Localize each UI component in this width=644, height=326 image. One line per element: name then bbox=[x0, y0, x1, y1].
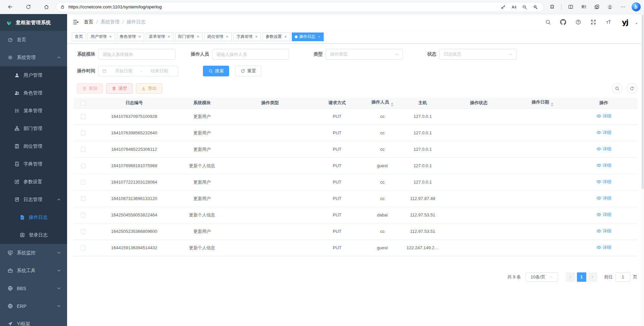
sidebar-item-日志管理[interactable]: 日志管理 bbox=[0, 191, 67, 208]
goto-page-input[interactable] bbox=[615, 272, 630, 282]
export-button[interactable]: 导出 bbox=[136, 83, 162, 94]
close-icon[interactable] bbox=[197, 35, 200, 38]
page-1-button[interactable]: 1 bbox=[577, 272, 586, 282]
scrollbar-thumb[interactable] bbox=[642, 15, 644, 189]
close-icon[interactable] bbox=[109, 35, 112, 38]
row-checkbox[interactable] bbox=[81, 246, 86, 250]
sidebar-item-系统监控[interactable]: 系统监控 bbox=[0, 244, 67, 262]
user-avatar[interactable]: yj bbox=[619, 17, 631, 27]
page-tab-角色管理[interactable]: 角色管理 bbox=[117, 32, 144, 41]
fullscreen-button[interactable] bbox=[589, 18, 598, 26]
row-checkbox[interactable] bbox=[81, 213, 86, 217]
profile-button[interactable] bbox=[604, 2, 615, 12]
close-icon[interactable] bbox=[167, 35, 170, 38]
page-tab-字典管理[interactable]: 字典管理 bbox=[233, 32, 261, 41]
sort-caret-icon[interactable] bbox=[551, 103, 553, 107]
close-icon[interactable] bbox=[138, 35, 141, 38]
url-text[interactable]: https://ccnetcore.com:1101/system/log/op… bbox=[68, 4, 495, 9]
sidebar-item-用户管理[interactable]: 用户管理 bbox=[0, 66, 67, 84]
close-icon[interactable] bbox=[255, 35, 258, 38]
more-button[interactable] bbox=[618, 2, 628, 12]
detail-link[interactable]: 详细 bbox=[596, 162, 611, 169]
favorites-bar-button[interactable] bbox=[578, 2, 589, 12]
detail-link[interactable]: 详细 bbox=[596, 212, 611, 218]
page-tab-岗位管理[interactable]: 岗位管理 bbox=[204, 32, 232, 41]
show-search-button[interactable] bbox=[612, 83, 623, 94]
close-icon[interactable] bbox=[318, 35, 321, 38]
split-screen-button[interactable] bbox=[565, 2, 576, 12]
page-size-select[interactable]: 10条/页 bbox=[526, 272, 558, 282]
type-select[interactable]: 操作类型 bbox=[326, 49, 403, 60]
page-tab-用户管理[interactable]: 用户管理 bbox=[88, 32, 115, 41]
row-checkbox[interactable] bbox=[81, 147, 86, 152]
sort-caret-icon[interactable] bbox=[391, 103, 393, 107]
select-all-checkbox[interactable] bbox=[81, 101, 86, 106]
row-checkbox[interactable] bbox=[81, 131, 86, 135]
page-scrollbar[interactable] bbox=[641, 14, 644, 326]
back-button[interactable] bbox=[5, 2, 15, 12]
breadcrumb-item[interactable]: 首页 bbox=[84, 19, 93, 25]
github-button[interactable] bbox=[559, 18, 568, 26]
row-checkbox[interactable] bbox=[81, 229, 86, 234]
row-checkbox[interactable] bbox=[81, 180, 86, 185]
reset-button[interactable]: 重置 bbox=[235, 66, 261, 76]
status-select[interactable]: 日志状态 bbox=[439, 49, 517, 60]
breadcrumb-item[interactable]: 操作日志 bbox=[127, 19, 146, 25]
text-size-button[interactable] bbox=[604, 18, 613, 26]
collections-button[interactable] bbox=[591, 2, 602, 12]
detail-link[interactable]: 详细 bbox=[596, 228, 611, 234]
detail-link[interactable]: 详细 bbox=[596, 195, 611, 201]
key-button[interactable] bbox=[499, 3, 507, 11]
breadcrumb-item[interactable]: 系统管理 bbox=[101, 19, 119, 25]
module-input[interactable] bbox=[98, 49, 175, 60]
copilot-button[interactable]: b bbox=[631, 2, 641, 12]
sidebar-item-首页[interactable]: 首页 bbox=[0, 31, 67, 49]
page-tab-菜单管理[interactable]: 菜单管理 bbox=[146, 32, 173, 41]
sidebar-item-角色管理[interactable]: 角色管理 bbox=[0, 84, 67, 102]
read-aloud-button[interactable] bbox=[509, 3, 518, 11]
sidebar-item-菜单管理[interactable]: 菜单管理 bbox=[0, 102, 67, 120]
sidebar-item-字典管理[interactable]: 字典管理 bbox=[0, 155, 67, 173]
close-icon[interactable] bbox=[284, 35, 287, 38]
help-button[interactable] bbox=[574, 18, 583, 26]
page-tab-参数设置[interactable]: 参数设置 bbox=[263, 32, 290, 41]
home-button[interactable] bbox=[41, 2, 52, 12]
search-button[interactable]: 搜索 bbox=[203, 66, 229, 76]
prev-page-button[interactable] bbox=[566, 272, 575, 282]
column-header-操作日期[interactable]: 操作日期 bbox=[515, 98, 570, 108]
sidebar-item-参数设置[interactable]: 参数设置 bbox=[0, 173, 67, 191]
operator-input[interactable] bbox=[212, 49, 289, 60]
clear-button[interactable]: 清空 bbox=[106, 83, 132, 94]
column-header-操作人员[interactable]: 操作人员 bbox=[362, 98, 402, 108]
sidebar-item-系统管理[interactable]: 系统管理 bbox=[0, 49, 67, 66]
next-page-button[interactable] bbox=[588, 272, 597, 282]
row-checkbox[interactable] bbox=[81, 114, 86, 119]
search-button[interactable] bbox=[544, 18, 552, 26]
sidebar-item-登录日志[interactable]: 登录日志 bbox=[0, 226, 67, 244]
detail-link[interactable]: 详细 bbox=[596, 179, 611, 185]
detail-link[interactable]: 详细 bbox=[596, 245, 611, 251]
detail-link[interactable]: 详细 bbox=[596, 113, 611, 119]
detail-link[interactable]: 详细 bbox=[596, 146, 611, 152]
sidebar-item-ERP[interactable]: ERP bbox=[0, 297, 67, 315]
sidebar-item-Yi框架[interactable]: Yi框架 bbox=[0, 315, 67, 326]
sidebar-item-操作日志[interactable]: 操作日志 bbox=[0, 208, 67, 226]
detail-link[interactable]: 详细 bbox=[596, 130, 611, 136]
app-logo[interactable]: 意框架管理系统 bbox=[0, 14, 67, 31]
zoom-out-button[interactable] bbox=[520, 3, 529, 11]
sidebar-item-部门管理[interactable]: 部门管理 bbox=[0, 120, 67, 137]
page-tab-部门管理[interactable]: 部门管理 bbox=[175, 32, 203, 41]
close-icon[interactable] bbox=[226, 35, 229, 38]
sidebar-item-系统工具[interactable]: 系统工具 bbox=[0, 262, 67, 279]
refresh-table-button[interactable] bbox=[627, 83, 637, 94]
extensions-button[interactable] bbox=[547, 2, 557, 12]
row-checkbox[interactable] bbox=[81, 164, 86, 168]
favorite-add-button[interactable] bbox=[531, 3, 540, 11]
caret-down-icon[interactable] bbox=[634, 21, 639, 26]
refresh-button[interactable] bbox=[23, 2, 34, 12]
page-tab-操作日志[interactable]: 操作日志 bbox=[292, 32, 324, 41]
date-range-input[interactable]: 开始日期 - 结束日期 bbox=[98, 66, 178, 76]
row-checkbox[interactable] bbox=[81, 196, 86, 201]
address-bar[interactable]: https://ccnetcore.com:1101/system/log/op… bbox=[56, 2, 544, 12]
hamburger-button[interactable] bbox=[72, 19, 79, 25]
